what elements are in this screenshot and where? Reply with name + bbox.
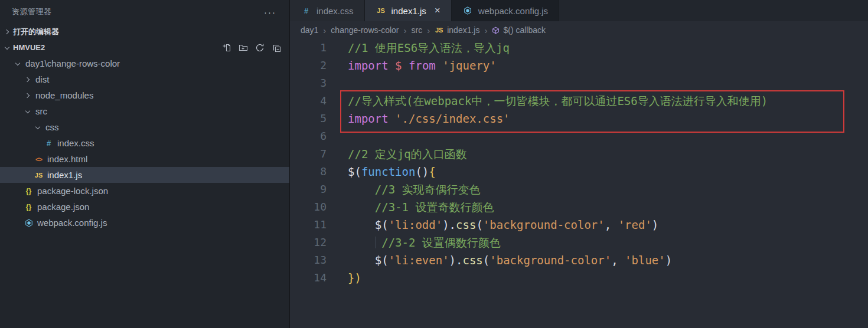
line-number: 11 [290, 216, 327, 234]
code-token: ( [476, 218, 482, 231]
tab-webpack-config-js[interactable]: webpack.config.js [452, 0, 559, 21]
open-editors-section[interactable]: 打开的编辑器 [0, 24, 289, 40]
tree-item-css[interactable]: css [0, 119, 289, 135]
code-text: $('li:odd').css('background-color', 'red… [327, 216, 658, 234]
line-number: 3 [290, 74, 327, 92]
tree-item-webpack-config-js[interactable]: webpack.config.js [0, 215, 289, 231]
file-tree: day1\change-rows-colordistnode_modulessr… [0, 55, 289, 328]
tab-index1-js[interactable]: JSindex1.js× [365, 0, 452, 21]
indent-guide [375, 237, 376, 248]
code-line-8[interactable]: 8$(function(){ [290, 163, 868, 181]
breadcrumb-item-day1[interactable]: day1 [301, 25, 318, 35]
breadcrumb-separator-icon: › [427, 25, 430, 35]
html-file-icon: <> [33, 156, 44, 163]
code-token: function [361, 165, 416, 178]
code-line-2[interactable]: 2import $ from 'jquery' [290, 57, 868, 74]
code-token: //2 定义jq的入口函数 [348, 147, 467, 160]
project-section-header[interactable]: HMVUE2 [0, 40, 289, 55]
tree-item-label: css [45, 122, 59, 132]
code-line-10[interactable]: 10 //3-1 设置奇数行颜色 [290, 198, 868, 216]
more-actions-icon[interactable]: ··· [264, 7, 276, 17]
tree-item-dist[interactable]: dist [0, 71, 289, 87]
js-file-icon: JS [435, 27, 443, 34]
code-token: //1 使用ES6导入语法，导入jq [348, 41, 510, 54]
code-token [348, 183, 375, 196]
line-number: 14 [290, 269, 327, 287]
tree-item-day1-change-rows-color[interactable]: day1\change-rows-color [0, 55, 289, 71]
code-token: ) [652, 218, 658, 231]
code-line-1[interactable]: 1//1 使用ES6导入语法，导入jq [290, 39, 868, 57]
new-file-icon[interactable] [222, 43, 231, 53]
collapse-folders-icon[interactable] [272, 43, 281, 53]
code-token: ) [665, 254, 672, 267]
tree-item-index1-js[interactable]: JSindex1.js [0, 167, 289, 183]
refresh-explorer-icon[interactable] [255, 43, 265, 53]
webpack-file-icon [23, 219, 34, 227]
code-line-6[interactable]: 6 [290, 127, 868, 145]
code-token: 'blue' [625, 254, 665, 267]
tree-item-index-html[interactable]: <>index.html [0, 151, 289, 167]
code-text: $(function(){ [327, 163, 436, 181]
code-line-13[interactable]: 13 $('li:even').css('background-color', … [290, 251, 868, 269]
code-text: import $ from 'jquery' [327, 57, 497, 74]
tree-item-label: index.html [47, 154, 87, 164]
code-line-9[interactable]: 9 //3 实现奇偶行变色 [290, 181, 868, 198]
new-folder-icon[interactable] [239, 43, 248, 53]
chevron-right-icon [23, 75, 32, 84]
code-token: 'background-color' [490, 254, 611, 267]
tab-label: index1.js [391, 6, 426, 16]
line-number: 2 [290, 57, 327, 74]
code-line-11[interactable]: 11 $('li:odd').css('background-color', '… [290, 216, 868, 234]
tree-item-package-json[interactable]: {}package.json [0, 199, 289, 215]
css-file-icon: # [43, 139, 54, 147]
tree-item-index-css[interactable]: #index.css [0, 135, 289, 151]
json-file-icon: {} [23, 203, 34, 211]
code-line-14[interactable]: 14}) [290, 269, 868, 287]
line-number: 6 [290, 127, 327, 145]
code-line-7[interactable]: 7//2 定义jq的入口函数 [290, 145, 868, 163]
chevron-right-icon [23, 91, 32, 100]
line-number: 1 [290, 39, 327, 57]
tree-item-src[interactable]: src [0, 103, 289, 119]
breadcrumb-item-index1-js[interactable]: JSindex1.js [435, 25, 479, 35]
code-text: //导入样式(在webpack中，一切皆模块，都可以通过ES6导入语法进行导入和… [327, 92, 768, 110]
line-number: 9 [290, 181, 327, 198]
code-token [348, 236, 381, 249]
code-line-4[interactable]: 4//导入样式(在webpack中，一切皆模块，都可以通过ES6导入语法进行导入… [290, 92, 868, 110]
json-file-icon: {} [23, 187, 34, 195]
code-text: //3 实现奇偶行变色 [327, 181, 481, 198]
breadcrumb-label: $() callback [503, 25, 546, 35]
code-token: 'red' [618, 218, 652, 231]
explorer-sidebar: 资源管理器 ··· 打开的编辑器 HMVUE2 day1\change-rows… [0, 0, 289, 328]
code-token: ). [442, 218, 456, 231]
breadcrumb-separator-icon: › [404, 25, 407, 35]
breadcrumb-label: day1 [301, 25, 318, 35]
breadcrumb-item-src[interactable]: src [412, 25, 423, 35]
chevron-down-icon [2, 43, 12, 53]
code-token: $( [348, 165, 361, 178]
chevron-down-icon [23, 107, 32, 116]
code-token: 'li:even' [389, 254, 449, 267]
code-token: , [611, 254, 625, 267]
breadcrumb-label: change-rows-color [331, 25, 399, 35]
close-icon[interactable]: × [435, 5, 440, 17]
breadcrumb-item-callback[interactable]: $() callback [492, 25, 546, 35]
editor-region: #index.cssJSindex1.js×webpack.config.js … [289, 0, 868, 328]
code-token: './css/index.css' [395, 112, 510, 125]
breadcrumb-label: index1.js [447, 25, 479, 35]
code-line-3[interactable]: 3 [290, 74, 868, 92]
code-token [436, 59, 442, 72]
code-editor[interactable]: 1//1 使用ES6导入语法，导入jq2import $ from 'jquer… [290, 39, 868, 328]
chevron-right-icon [2, 27, 12, 37]
line-number: 10 [290, 198, 327, 216]
breadcrumb-item-change-rows-color[interactable]: change-rows-color [331, 25, 399, 35]
tab-label: webpack.config.js [478, 6, 548, 16]
tab-index-css[interactable]: #index.css [290, 0, 365, 21]
code-line-5[interactable]: 5import './css/index.css' [290, 110, 868, 127]
tree-item-package-lock-json[interactable]: {}package-lock.json [0, 183, 289, 199]
code-line-12[interactable]: 12 //3-2 设置偶数行颜色 [290, 234, 868, 251]
code-area: 1//1 使用ES6导入语法，导入jq2import $ from 'jquer… [290, 39, 868, 287]
code-token: css [462, 254, 482, 267]
line-number: 12 [290, 234, 327, 251]
tree-item-node-modules[interactable]: node_modules [0, 87, 289, 103]
